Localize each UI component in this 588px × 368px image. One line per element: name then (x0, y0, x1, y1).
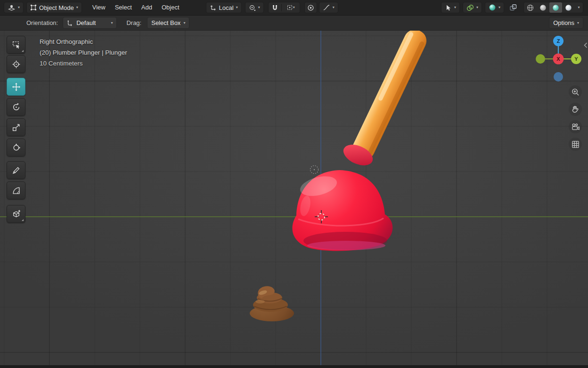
orthographic-grid-icon (571, 140, 580, 149)
chevron-left-icon (584, 42, 588, 48)
sidebar-collapse-toggle[interactable] (583, 40, 588, 50)
orientation-dropdown[interactable]: Default ▾ (63, 17, 117, 29)
grid-major-lines (0, 31, 588, 365)
toolbar (7, 36, 25, 234)
tool-select-box-button[interactable] (7, 36, 25, 54)
transform-orientation-label: Local (219, 4, 234, 11)
proportional-falloff-dropdown[interactable]: ▾ (319, 2, 338, 13)
poop-object[interactable] (250, 286, 294, 321)
chevron-down-icon: ▾ (454, 6, 456, 9)
shading-mode-group: ▾ (523, 2, 583, 13)
gizmo-y-neg-axis[interactable] (536, 54, 545, 64)
plunger-cup-rimlight (307, 241, 385, 250)
drag-value: Select Box (151, 19, 180, 26)
show-overlays-dropdown[interactable]: ▾ (463, 2, 482, 13)
shading-solid-button[interactable] (537, 2, 549, 13)
menu-object[interactable]: Object (157, 2, 184, 13)
chevron-down-icon: ▾ (476, 6, 478, 9)
snap-group: ▾ (268, 2, 300, 13)
chevron-down-icon: ▾ (183, 21, 185, 25)
camera-view-icon (571, 123, 580, 131)
cursor-3d-icon (12, 60, 21, 69)
transform-icon (12, 143, 21, 152)
tool-cursor-button[interactable] (7, 55, 25, 73)
editor-type-button[interactable]: ▾ (4, 2, 24, 13)
plunger-handle (349, 31, 430, 164)
viewport-header: ▾ Object Mode ▾ View Select Add Object (0, 0, 588, 16)
show-gizmos-dropdown[interactable]: ▾ (441, 2, 460, 13)
chevron-down-icon: ▾ (293, 6, 295, 9)
tool-measure-button[interactable] (7, 181, 25, 199)
overlays-icon (466, 4, 474, 11)
tool-transform-button[interactable] (7, 139, 25, 156)
gizmo-z-neg-axis[interactable] (554, 72, 563, 82)
menu-bar: View Select Add Object (88, 2, 184, 13)
status-bar-edge (0, 365, 588, 368)
options-dropdown[interactable]: Options ▾ (549, 17, 583, 29)
plunger-object[interactable] (292, 31, 430, 251)
add-cube-icon (12, 210, 21, 219)
editor-type-icon (8, 4, 16, 12)
annotate-pen-icon (12, 166, 21, 175)
chevron-down-icon: ▾ (236, 6, 238, 9)
menu-view[interactable]: View (88, 2, 110, 13)
snap-target-dropdown[interactable]: ▾ (282, 2, 300, 13)
drag-dropdown[interactable]: Select Box ▾ (147, 17, 189, 29)
shading-wireframe-button[interactable] (524, 2, 537, 13)
orientation-value: Default (76, 19, 96, 26)
transform-orientation-select[interactable]: Local ▾ (206, 2, 242, 13)
tool-rotate-button[interactable] (7, 98, 25, 116)
orthographic-toggle-button[interactable] (569, 138, 582, 151)
gizmo-y-label: Y (574, 56, 578, 62)
proportional-editing-toggle[interactable] (304, 2, 317, 13)
tool-group-indicator (22, 50, 24, 52)
tool-move-button[interactable] (7, 78, 25, 96)
shading-options-dropdown[interactable]: ▾ (575, 2, 583, 13)
zoom-button[interactable] (569, 85, 582, 98)
viewport-3d[interactable]: Right Orthographic (20) Plumber Plunger … (0, 31, 588, 365)
axis-navigation-gizmo[interactable]: Z Y X (532, 33, 585, 85)
gizmo-z-label: Z (557, 38, 560, 44)
origin-marker (310, 166, 318, 174)
wireframe-sphere-icon (526, 4, 534, 12)
gizmos-icon (445, 4, 452, 11)
scene-canvas[interactable] (0, 31, 588, 365)
material-sphere-icon (552, 4, 560, 12)
menu-select[interactable]: Select (110, 2, 137, 13)
shading-material-button[interactable] (549, 2, 562, 13)
chevron-down-icon: ▾ (258, 6, 260, 9)
chevron-down-icon: ▾ (111, 21, 113, 25)
zoom-icon (571, 88, 580, 97)
tool-add-cube-button[interactable] (7, 205, 25, 223)
pivot-icon (249, 4, 256, 11)
solid-sphere-icon (539, 4, 547, 12)
menu-add[interactable]: Add (137, 2, 157, 13)
tool-annotate-button[interactable] (7, 161, 25, 179)
pivot-point-button[interactable]: ▾ (245, 2, 264, 13)
move-icon (12, 82, 21, 91)
snap-magnet-toggle[interactable] (269, 2, 281, 13)
orientation-label: Orientation: (26, 19, 58, 26)
rotate-icon (12, 103, 21, 112)
shading-rendered-button[interactable] (562, 2, 575, 13)
preview-sphere-icon (489, 4, 496, 11)
object-mode-icon (30, 4, 37, 11)
viewport-nav-buttons (569, 85, 582, 151)
pan-button[interactable] (569, 103, 582, 116)
tool-settings-bar: Orientation: Default ▾ Drag: Select Box … (0, 16, 588, 31)
orientation-icon (210, 4, 217, 11)
camera-view-button[interactable] (569, 120, 582, 133)
shading-preview-dropdown[interactable]: ▾ (485, 2, 504, 13)
tool-scale-button[interactable] (7, 118, 25, 136)
blender-window: ▾ Object Mode ▾ View Select Add Object (0, 0, 588, 368)
xray-icon (509, 4, 517, 11)
mode-select[interactable]: Object Mode ▾ (26, 2, 82, 13)
orientation-default-icon (67, 20, 74, 26)
mode-select-label: Object Mode (39, 4, 74, 11)
measure-icon (12, 186, 21, 195)
proportional-icon (307, 4, 314, 11)
xray-toggle[interactable] (507, 2, 520, 13)
chevron-down-icon: ▾ (578, 6, 580, 9)
tool-group-indicator (22, 219, 24, 221)
chevron-down-icon: ▾ (333, 6, 335, 9)
